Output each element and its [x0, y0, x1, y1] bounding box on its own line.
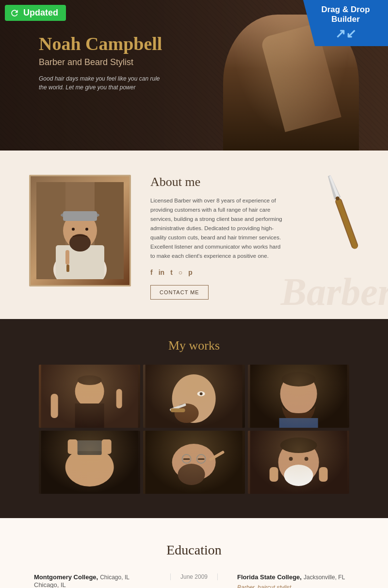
social-icons: f in t ○ p	[150, 269, 359, 276]
svg-point-15	[85, 228, 88, 231]
edu-college-1: Montgomery College, Chicago, IL	[34, 572, 151, 581]
work-item[interactable]	[248, 365, 349, 428]
dnd-line2: Builder	[331, 15, 360, 24]
work-item[interactable]	[39, 365, 140, 428]
svg-point-13	[69, 234, 91, 252]
work-item[interactable]	[248, 431, 349, 494]
education-heading: Education	[29, 542, 359, 558]
svg-rect-12	[63, 211, 97, 221]
svg-rect-16	[65, 250, 69, 265]
dnd-arrows-icon: ↗↙	[310, 26, 381, 41]
edu-entry-1: Montgomery College, Chicago, IL Chicago,…	[29, 572, 156, 588]
edu-degree-2: Barber, haircut stylist	[237, 584, 354, 588]
edu-date-1: June 2009	[170, 573, 218, 580]
updated-badge: Updated	[5, 5, 66, 21]
work-item[interactable]	[143, 365, 244, 428]
pinterest-icon[interactable]: p	[188, 269, 193, 276]
work-item[interactable]	[39, 431, 140, 494]
about-section: About me Licensed Barber with over 8 yea…	[0, 151, 388, 319]
svg-point-14	[72, 228, 75, 231]
dnd-badge: Drag & Drop Builder ↗↙	[303, 0, 388, 46]
edu-college-2: Florida State College, Jacksonville, FL	[237, 572, 354, 581]
education-section: Education Montgomery College, Chicago, I…	[0, 518, 388, 588]
works-heading: My works	[39, 338, 349, 353]
about-photo	[29, 175, 131, 286]
instagram-icon[interactable]: ○	[178, 269, 182, 276]
contact-button[interactable]: CONTACT ME	[150, 285, 209, 300]
edu-location-1: Chicago, IL	[34, 581, 151, 588]
refresh-icon	[10, 8, 19, 18]
facebook-icon[interactable]: f	[150, 269, 153, 276]
edu-dates: June 2009 June 2005	[170, 572, 218, 588]
hero-content: Noah Campbell Barber and Beard Stylist G…	[39, 34, 165, 92]
about-description: Licensed Barber with over 8 years of exp…	[150, 196, 286, 261]
hero-name: Noah Campbell	[39, 34, 165, 54]
svg-rect-17	[66, 265, 69, 272]
work-item[interactable]	[143, 431, 244, 494]
education-grid: Montgomery College, Chicago, IL Chicago,…	[29, 572, 359, 588]
dnd-line1: Drag & Drop	[321, 5, 370, 14]
linkedin-icon[interactable]: in	[159, 269, 164, 276]
twitter-icon[interactable]: t	[170, 269, 173, 276]
updated-label: Updated	[23, 8, 58, 18]
hero-title: Barber and Beard Stylist	[39, 57, 165, 67]
edu-entry-2: Florida State College, Jacksonville, FL …	[232, 572, 359, 588]
works-grid	[39, 365, 349, 494]
hero-tagline: Good hair days make you feel like you ca…	[39, 74, 165, 92]
works-section: My works	[0, 319, 388, 518]
